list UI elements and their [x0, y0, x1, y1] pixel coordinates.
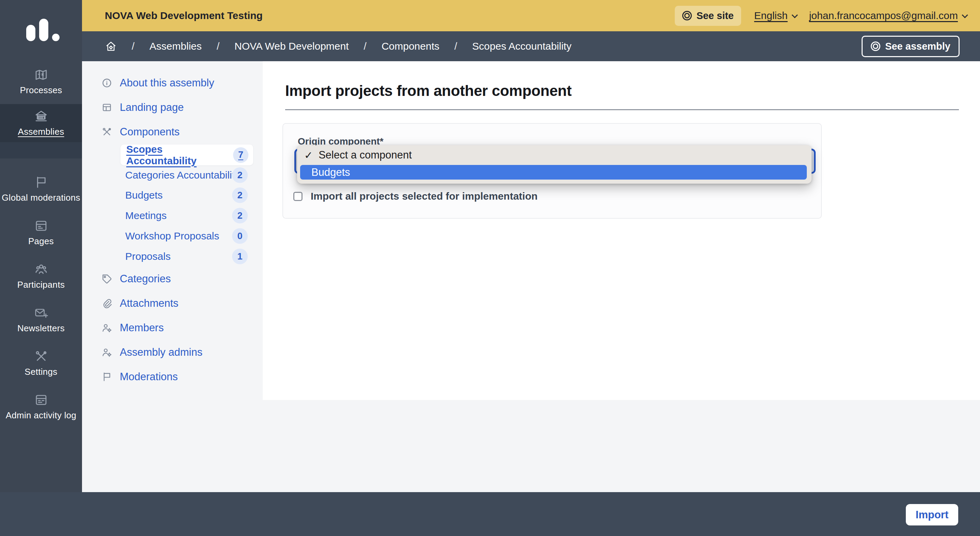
language-label: English: [754, 10, 788, 21]
breadcrumb-nova-web-development[interactable]: NOVA Web Development: [234, 40, 349, 52]
submenu-item-label: Components: [120, 126, 180, 138]
submenu-item-components[interactable]: Components: [102, 122, 180, 141]
breadcrumb-assemblies[interactable]: Assemblies: [150, 40, 202, 52]
breadcrumb-components[interactable]: Components: [382, 40, 439, 52]
chevron-down-icon: [791, 12, 798, 18]
user-menu[interactable]: johan.francocampos@gmail.com: [809, 10, 966, 21]
submenu-item-attachments[interactable]: Attachments: [102, 294, 178, 313]
count-badge: 0: [232, 228, 248, 244]
logo-bar: [26, 25, 35, 41]
sidebar-item-newsletters[interactable]: Newsletters: [0, 300, 82, 339]
topbar-actions: See site English johan.francocampos@gmai…: [675, 6, 966, 26]
submenu-item-about-this-assembly[interactable]: About this assembly: [102, 73, 214, 92]
sidebar-item-settings[interactable]: Settings: [0, 344, 82, 383]
target-icon: [682, 11, 692, 21]
breadcrumb-separator: /: [454, 40, 457, 52]
submenu-item-categories-accountability[interactable]: Categories Accountability: [125, 166, 240, 185]
breadcrumb-bar: / Assemblies / NOVA Web Development / Co…: [82, 31, 980, 61]
see-site-button[interactable]: See site: [675, 6, 741, 26]
submenu-item-proposals[interactable]: Proposals: [125, 247, 170, 266]
dropdown-option-label: Select a component: [318, 149, 412, 161]
submenu-item-label: Moderations: [120, 371, 178, 383]
people-icon: [34, 262, 48, 276]
import-all-checkbox[interactable]: [293, 192, 302, 201]
landmark-icon: [34, 109, 48, 124]
chevron-down-icon: [962, 12, 968, 18]
breadcrumb-separator: /: [217, 40, 220, 52]
sidebar-item-label: Settings: [24, 366, 57, 377]
select-dropdown-popup: ✓ Select a component Budgets: [297, 145, 811, 184]
map-icon: [34, 68, 48, 82]
tools-icon: [102, 127, 112, 137]
sidebar-item-label: Processes: [20, 85, 62, 95]
submenu-item-label: About this assembly: [120, 77, 214, 89]
logo-bar: [39, 19, 48, 41]
layout-grid-icon: [102, 102, 112, 113]
target-icon: [871, 41, 880, 51]
submenu-item-label: Members: [120, 322, 164, 334]
language-selector[interactable]: English: [754, 10, 796, 21]
breadcrumb: / Assemblies / NOVA Web Development / Co…: [105, 40, 571, 52]
submenu-item-scopes-accountability[interactable]: Scopes Accountability 7: [121, 144, 253, 165]
activity-log-icon: [34, 393, 48, 407]
submenu-item-label: Budgets: [125, 189, 163, 201]
main-content-area: [263, 61, 980, 400]
sidebar-item-label: Global moderations: [2, 192, 80, 203]
submenu-item-label: Assembly admins: [120, 346, 202, 358]
sidebar-item-label: Assemblies: [18, 127, 64, 137]
count-badge: 2: [232, 208, 248, 224]
tools-icon: [34, 349, 48, 363]
logo-dot: [52, 34, 60, 41]
home-icon[interactable]: [105, 40, 117, 52]
submenu-item-label: Meetings: [125, 210, 167, 221]
import-button-label: Import: [916, 509, 948, 521]
submenu-item-workshop-proposals[interactable]: Workshop Proposals: [125, 227, 219, 246]
flag-icon: [102, 371, 112, 382]
submenu-item-label: Landing page: [120, 101, 184, 114]
organization-title: NOVA Web Development Testing: [105, 10, 263, 21]
submenu-item-label: Categories Accountability: [125, 170, 240, 181]
submenu-item-members[interactable]: Members: [102, 318, 164, 338]
decidim-logo[interactable]: [26, 19, 60, 41]
info-icon: [102, 78, 112, 89]
sidebar-item-global-moderations[interactable]: Global moderations: [0, 170, 82, 209]
see-site-label: See site: [697, 10, 734, 21]
tag-icon: [102, 273, 112, 284]
submenu-item-assembly-admins[interactable]: Assembly admins: [102, 343, 202, 362]
submenu-item-budgets[interactable]: Budgets: [125, 186, 163, 205]
breadcrumb-separator: /: [132, 40, 134, 52]
sidebar-item-processes[interactable]: Processes: [0, 62, 82, 101]
sidebar-item-assemblies[interactable]: Assemblies: [0, 104, 82, 142]
submenu-item-moderations[interactable]: Moderations: [102, 367, 178, 386]
submenu-item-meetings[interactable]: Meetings: [125, 206, 167, 225]
person-gear-icon: [102, 347, 112, 358]
submenu-item-landing-page[interactable]: Landing page: [102, 98, 184, 117]
dropdown-option-budgets[interactable]: Budgets: [300, 165, 807, 179]
import-button[interactable]: Import: [906, 504, 958, 525]
flag-icon: [34, 175, 48, 189]
page-icon: [34, 219, 48, 233]
sidebar-item-label: Pages: [28, 236, 54, 247]
breadcrumb-scopes-accountability[interactable]: Scopes Accountability: [472, 40, 572, 52]
dropdown-option-select-a-component[interactable]: ✓ Select a component: [297, 145, 811, 165]
sidebar-item-pages[interactable]: Pages: [0, 213, 82, 252]
sidebar-item-label: Newsletters: [18, 323, 65, 334]
submenu-item-categories[interactable]: Categories: [102, 270, 171, 289]
sidebar-active-strip: [0, 142, 82, 159]
page-title: Import projects from another component: [285, 82, 572, 99]
sidebar-item-admin-activity-log[interactable]: Admin activity log: [0, 387, 82, 427]
see-assembly-button[interactable]: See assembly: [862, 36, 959, 57]
person-gear-icon: [102, 322, 112, 333]
submenu-item-label: Proposals: [125, 251, 170, 262]
see-assembly-label: See assembly: [885, 41, 950, 52]
count-badge: 2: [232, 187, 248, 203]
submenu-item-label: Categories: [120, 273, 171, 285]
checkmark-icon: ✓: [304, 149, 313, 161]
import-all-checkbox-row: Import all projects selected for impleme…: [293, 190, 538, 202]
dropdown-option-label: Budgets: [311, 166, 350, 179]
sidebar-item-participants[interactable]: Participants: [0, 257, 82, 296]
top-bar: NOVA Web Development Testing See site En…: [82, 0, 980, 31]
breadcrumb-separator: /: [364, 40, 366, 52]
submenu-item-label: Attachments: [120, 297, 178, 309]
user-email: johan.francocampos@gmail.com: [809, 10, 958, 21]
